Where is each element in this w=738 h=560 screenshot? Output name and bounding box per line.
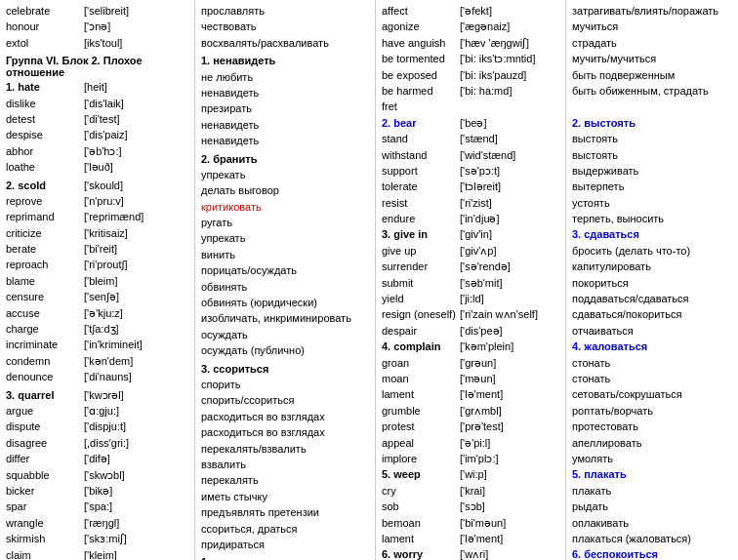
word-english: cry	[382, 484, 460, 499]
list-item: мучить/мучиться	[572, 52, 732, 66]
word-transcription: ['in'djuə]	[460, 212, 559, 226]
list-item: иметь стычку	[201, 490, 369, 504]
list-item: implore ['im'plɔ:]	[382, 452, 559, 466]
word-transcription: ['tɔləreit]	[460, 180, 559, 194]
list-item: disagree [,diss'gri:]	[6, 436, 188, 451]
word-transcription: ['giv'ʌp]	[460, 244, 559, 259]
list-item: ненавидеть	[201, 118, 369, 133]
word-transcription: ['grʌmbl]	[460, 404, 559, 419]
list-item: ссориться, драться	[201, 522, 369, 537]
list-item: упрекать	[201, 168, 369, 182]
word-transcription: ['dispju:t]	[84, 420, 188, 434]
word-transcription: ['in'krimineit]	[84, 338, 188, 352]
list-item: винить	[201, 248, 369, 262]
word-transcription: ['prə'test]	[460, 420, 559, 434]
list-item: 4. complain ['kəm'plein]	[382, 340, 559, 354]
list-item: detest ['di'test]	[6, 112, 188, 127]
word-transcription: ['di'test]	[84, 112, 188, 127]
list-item: affect ['əfekt]	[382, 4, 559, 19]
word-english: groan	[382, 356, 460, 371]
word-english: blame	[6, 274, 84, 289]
word-transcription: ['skɜ:miʃ]	[84, 532, 188, 546]
list-item: стонать	[572, 356, 732, 371]
word-english: denounce	[6, 370, 84, 384]
list-item: расходиться во взглядах	[201, 425, 369, 440]
word-english: lament	[382, 387, 460, 402]
list-item: выдерживать	[572, 164, 732, 179]
list-item: condemn ['kən'dem]	[6, 354, 188, 369]
list-item: 6. worry ['wʌri]	[382, 547, 559, 560]
affect-group: affect ['əfekt] agonize ['ægənaiz] have …	[382, 4, 559, 560]
word-english: affect	[382, 4, 460, 19]
list-item: be tormented ['bi: iks'tɔ:mntid]	[382, 52, 559, 66]
list-item: отчаиваться	[572, 324, 732, 339]
word-english: support	[382, 164, 460, 179]
list-item: придираться	[201, 538, 369, 552]
list-item: support ['sə'pɔ:t]	[382, 164, 559, 179]
word-english: sob	[382, 500, 460, 514]
list-item: give up ['giv'ʌp]	[382, 244, 559, 259]
word-transcription: ['ə'pi:l]	[460, 436, 559, 451]
word-english: resist	[382, 196, 460, 211]
subgroup-scold: 2. scold ['skould] reprove ['n'pru:v] re…	[6, 179, 188, 385]
list-item: выстоять	[572, 132, 732, 146]
word-english: detest	[6, 112, 84, 127]
word-transcription: ['kwɔrəl]	[84, 388, 188, 403]
word-english: submit	[382, 276, 460, 291]
list-item: spar ['spa:]	[6, 500, 188, 514]
column-right: затрагивать/влиять/поражать мучиться стр…	[566, 0, 738, 560]
word-english: spar	[6, 500, 84, 514]
list-item: protest ['prə'test]	[382, 420, 559, 434]
list-item: grumble ['grʌmbl]	[382, 404, 559, 419]
word-transcription: ['im'plɔ:]	[460, 452, 559, 466]
list-item: loathe ['ləuð]	[6, 160, 188, 175]
list-item: сдаваться/покориться	[572, 307, 732, 322]
list-item: censure ['sen∫ə]	[6, 290, 188, 304]
word-english: dispute	[6, 420, 84, 434]
word-english: berate	[6, 242, 84, 257]
word-english: implore	[382, 452, 460, 466]
list-item: be harmed ['bi: ha:md]	[382, 84, 559, 99]
word-transcription: ['kəm'plein]	[460, 340, 559, 354]
word-transcription: ['ægənaiz]	[460, 20, 559, 34]
word-transcription: ['wi:p]	[460, 467, 559, 482]
list-item: be exposed ['bi: iks'pauzd]	[382, 68, 559, 83]
list-item: предъявлять претензии	[201, 505, 369, 520]
word-english: reproach	[6, 258, 84, 272]
group-header-6-2: Группа VI. Блок 2. Плохое отношение	[6, 55, 188, 78]
word-english: be exposed	[382, 68, 460, 83]
list-item: вытерпеть	[572, 180, 732, 194]
word-english: 5. weep	[382, 467, 460, 482]
list-item: перекалять	[201, 473, 369, 488]
word-transcription: ['lə'ment]	[460, 532, 559, 546]
subgroup-quarrel: 3. quarrel ['kwɔrəl] argue ['ɑ:gju:] dis…	[6, 388, 188, 560]
list-item: бросить (делать что-то)	[572, 244, 732, 259]
word-english: celebrate	[6, 4, 84, 19]
list-item: взвалить	[201, 458, 369, 472]
list-item: celebrate ['selibreit]	[6, 4, 188, 19]
list-item: incriminate ['in'krimineit]	[6, 338, 188, 352]
word-transcription: ['bi: ha:md]	[460, 84, 559, 99]
word-english: 3. give in	[382, 227, 460, 242]
list-item: charge ['t∫a:dʒ]	[6, 322, 188, 337]
word-english: give up	[382, 244, 460, 259]
word-transcription: ['skwɔbl]	[84, 468, 188, 483]
suffer-translations: 1. страдать претерпеть/подвергаться выте…	[201, 555, 369, 560]
list-item: have anguish ['hæv 'æŋgwiʃ]	[382, 36, 559, 51]
list-item: dislike ['dis'laik]	[6, 97, 188, 111]
word-transcription: ['sɔb]	[460, 500, 559, 514]
list-item: denounce ['di'nauns]	[6, 370, 188, 384]
list-item: lament ['lə'ment]	[382, 387, 559, 402]
list-item: обвинять (юридически)	[201, 296, 369, 310]
list-item: порицать/осуждать	[201, 263, 369, 278]
subgroup-header: 3. quarrel ['kwɔrəl]	[6, 388, 188, 403]
list-item: сетовать/сокрушаться	[572, 387, 732, 402]
word-transcription: ['ji:ld]	[460, 292, 559, 306]
list-item: осуждать (публично)	[201, 343, 369, 358]
list-item: плакать	[572, 484, 732, 499]
list-item: поддаваться/сдаваться	[572, 292, 732, 306]
scold-translations: 2. бранить упрекать делать выговор крити…	[201, 152, 369, 359]
list-item: tolerate ['tɔləreit]	[382, 180, 559, 194]
main-page: celebrate ['selibreit] honour ['ɔnə] ext…	[0, 0, 738, 560]
word-transcription: ['bi'məun]	[460, 516, 559, 531]
